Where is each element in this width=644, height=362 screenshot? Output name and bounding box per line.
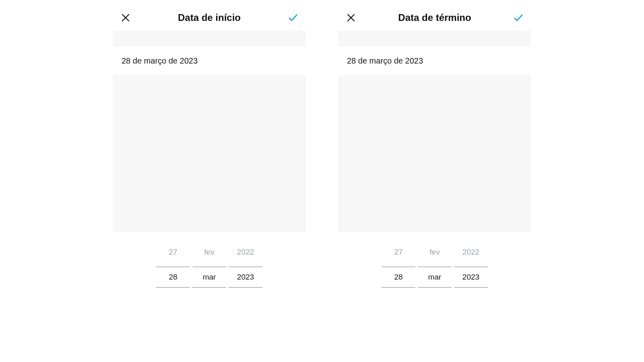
confirm-button[interactable] — [287, 11, 299, 24]
content-area — [338, 75, 531, 232]
divider-bar — [338, 31, 531, 47]
date-wheel-picker[interactable]: 27 28 fev mar 2022 2023 — [338, 243, 531, 288]
close-icon — [346, 13, 356, 23]
selected-date-display: 28 de março de 2023 — [113, 47, 306, 75]
selected-date-display: 28 de março de 2023 — [338, 47, 531, 75]
year-selected: 2023 — [229, 267, 262, 288]
month-wheel[interactable]: fev mar — [418, 243, 452, 288]
divider-bar — [113, 31, 306, 47]
month-prev: fev — [418, 243, 452, 261]
year-prev: 2022 — [229, 243, 262, 261]
close-button[interactable] — [119, 11, 132, 24]
close-button[interactable] — [345, 11, 357, 24]
year-wheel[interactable]: 2022 2023 — [229, 243, 262, 288]
check-icon — [513, 12, 524, 23]
year-selected: 2023 — [454, 267, 488, 288]
day-prev: 27 — [156, 243, 190, 261]
panel-title: Data de início — [132, 12, 287, 23]
panel-title: Data de término — [357, 12, 512, 23]
end-date-panel: Data de término 28 de março de 2023 27 2… — [338, 8, 531, 362]
month-selected: mar — [418, 267, 452, 288]
month-selected: mar — [192, 267, 226, 288]
day-wheel[interactable]: 27 28 — [382, 243, 415, 288]
start-date-panel: Data de início 28 de março de 2023 27 28… — [113, 8, 306, 362]
day-selected: 28 — [382, 267, 415, 288]
date-wheel-picker[interactable]: 27 28 fev mar 2022 2023 — [113, 243, 306, 288]
panel-header: Data de início — [113, 8, 306, 31]
year-wheel[interactable]: 2022 2023 — [454, 243, 488, 288]
panel-header: Data de término — [338, 8, 531, 31]
month-wheel[interactable]: fev mar — [192, 243, 226, 288]
day-prev: 27 — [382, 243, 415, 261]
check-icon — [287, 12, 299, 23]
confirm-button[interactable] — [512, 11, 525, 24]
month-prev: fev — [192, 243, 226, 261]
year-prev: 2022 — [454, 243, 488, 261]
close-icon — [121, 13, 130, 23]
content-area — [113, 75, 306, 232]
day-selected: 28 — [156, 267, 190, 288]
day-wheel[interactable]: 27 28 — [156, 243, 190, 288]
